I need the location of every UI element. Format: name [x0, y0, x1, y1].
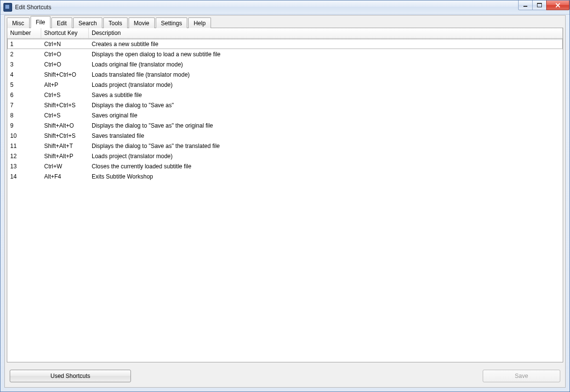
- titlebar[interactable]: Edit Shortcuts: [0, 0, 570, 15]
- cell-description: Loads original file (translator mode): [89, 61, 563, 68]
- table-row[interactable]: 12Shift+Alt+PLoads project (translator m…: [7, 151, 563, 161]
- tab-misc[interactable]: Misc: [7, 17, 30, 28]
- client-area: MiscFileEditSearchToolsMovieSettingsHelp…: [4, 15, 566, 388]
- cell-description: Loads translated file (translator mode): [89, 71, 563, 78]
- cell-number: 13: [7, 163, 41, 170]
- cell-shortcut: Ctrl+S: [41, 112, 89, 119]
- cell-shortcut: Ctrl+O: [41, 51, 89, 58]
- cell-number: 7: [7, 102, 41, 109]
- cell-description: Creates a new subtitle file: [89, 41, 563, 48]
- window-title: Edit Shortcuts: [15, 4, 51, 11]
- cell-shortcut: Shift+Alt+O: [41, 122, 89, 129]
- table-body[interactable]: 1Ctrl+NCreates a new subtitle file2Ctrl+…: [7, 39, 563, 362]
- cell-shortcut: Ctrl+O: [41, 61, 89, 68]
- dialog-footer: Used Shortcuts Save: [7, 363, 563, 385]
- cell-shortcut: Ctrl+N: [41, 41, 89, 48]
- cell-number: 12: [7, 153, 41, 160]
- column-header-number[interactable]: Number: [7, 28, 41, 38]
- cell-shortcut: Shift+Ctrl+S: [41, 102, 89, 109]
- save-button[interactable]: Save: [483, 370, 560, 382]
- table-row[interactable]: 3Ctrl+OLoads original file (translator m…: [7, 59, 563, 69]
- minimize-icon: [523, 3, 528, 8]
- svg-rect-0: [523, 6, 527, 7]
- tab-panel-file: Number Shortcut Key Description 1Ctrl+NC…: [7, 28, 563, 362]
- window: Edit Shortcuts MiscFileEditSearchToolsMo…: [0, 0, 570, 392]
- table-row[interactable]: 4Shift+Ctrl+OLoads translated file (tran…: [7, 69, 563, 80]
- column-header-shortcut[interactable]: Shortcut Key: [41, 28, 89, 38]
- window-controls: [519, 0, 570, 14]
- cell-description: Saves translated file: [89, 132, 563, 139]
- minimize-button[interactable]: [518, 0, 533, 10]
- table-row[interactable]: 5Alt+PLoads project (translator mode): [7, 80, 563, 90]
- cell-number: 3: [7, 61, 41, 68]
- app-icon: [3, 3, 12, 12]
- cell-number: 6: [7, 92, 41, 98]
- cell-number: 10: [7, 132, 41, 139]
- cell-shortcut: Shift+Ctrl+O: [41, 71, 89, 78]
- cell-description: Saves original file: [89, 112, 563, 119]
- used-shortcuts-button[interactable]: Used Shortcuts: [10, 370, 131, 382]
- table-row[interactable]: 14Alt+F4Exits Subtitle Workshop: [7, 171, 563, 181]
- cell-shortcut: Shift+Alt+T: [41, 143, 89, 149]
- cell-shortcut: Shift+Alt+P: [41, 153, 89, 160]
- cell-number: 2: [7, 51, 41, 58]
- close-button[interactable]: [546, 0, 570, 10]
- cell-description: Exits Subtitle Workshop: [89, 173, 563, 180]
- cell-shortcut: Alt+F4: [41, 173, 89, 180]
- table-row[interactable]: 7Shift+Ctrl+SDisplays the dialog to "Sav…: [7, 100, 563, 110]
- close-icon: [555, 3, 561, 8]
- cell-description: Displays the dialog to "Save as" the tra…: [89, 143, 563, 149]
- cell-number: 8: [7, 112, 41, 119]
- cell-number: 5: [7, 82, 41, 88]
- cell-description: Loads project (translator mode): [89, 153, 563, 160]
- table-header: Number Shortcut Key Description: [7, 28, 563, 39]
- table-row[interactable]: 1Ctrl+NCreates a new subtitle file: [7, 39, 563, 49]
- table-row[interactable]: 13Ctrl+WCloses the currently loaded subt…: [7, 161, 563, 171]
- cell-number: 9: [7, 122, 41, 129]
- cell-number: 14: [7, 173, 41, 180]
- maximize-button[interactable]: [532, 0, 547, 10]
- cell-number: 4: [7, 71, 41, 78]
- cell-description: Displays the dialog to "Save as" the ori…: [89, 122, 563, 129]
- cell-shortcut: Ctrl+W: [41, 163, 89, 170]
- cell-description: Loads project (translator mode): [89, 82, 563, 88]
- table-row[interactable]: 9Shift+Alt+ODisplays the dialog to "Save…: [7, 120, 563, 131]
- table-row[interactable]: 6Ctrl+SSaves a subtitle file: [7, 90, 563, 100]
- cell-description: Displays the dialog to "Save as": [89, 102, 563, 109]
- tab-tools[interactable]: Tools: [103, 17, 128, 28]
- cell-shortcut: Alt+P: [41, 82, 89, 88]
- cell-number: 11: [7, 143, 41, 149]
- tab-search[interactable]: Search: [73, 17, 102, 28]
- table-row[interactable]: 11Shift+Alt+TDisplays the dialog to "Sav…: [7, 141, 563, 151]
- table-row[interactable]: 2Ctrl+ODisplays the open dialog to load …: [7, 49, 563, 59]
- tab-settings[interactable]: Settings: [156, 17, 187, 28]
- tab-file[interactable]: File: [31, 16, 50, 28]
- tab-bar: MiscFileEditSearchToolsMovieSettingsHelp: [7, 17, 563, 28]
- svg-rect-2: [537, 3, 542, 4]
- table-row[interactable]: 10Shift+Ctrl+SSaves translated file: [7, 131, 563, 141]
- maximize-icon: [537, 3, 542, 8]
- cell-shortcut: Ctrl+S: [41, 92, 89, 98]
- cell-description: Saves a subtitle file: [89, 92, 563, 98]
- cell-description: Closes the currently loaded subtitle fil…: [89, 163, 563, 170]
- cell-description: Displays the open dialog to load a new s…: [89, 51, 563, 58]
- table-row[interactable]: 8Ctrl+SSaves original file: [7, 110, 563, 120]
- tab-edit[interactable]: Edit: [51, 17, 72, 28]
- cell-number: 1: [7, 41, 41, 48]
- tab-movie[interactable]: Movie: [129, 17, 155, 28]
- cell-shortcut: Shift+Ctrl+S: [41, 132, 89, 139]
- column-header-description[interactable]: Description: [89, 28, 563, 38]
- tab-help[interactable]: Help: [188, 17, 211, 28]
